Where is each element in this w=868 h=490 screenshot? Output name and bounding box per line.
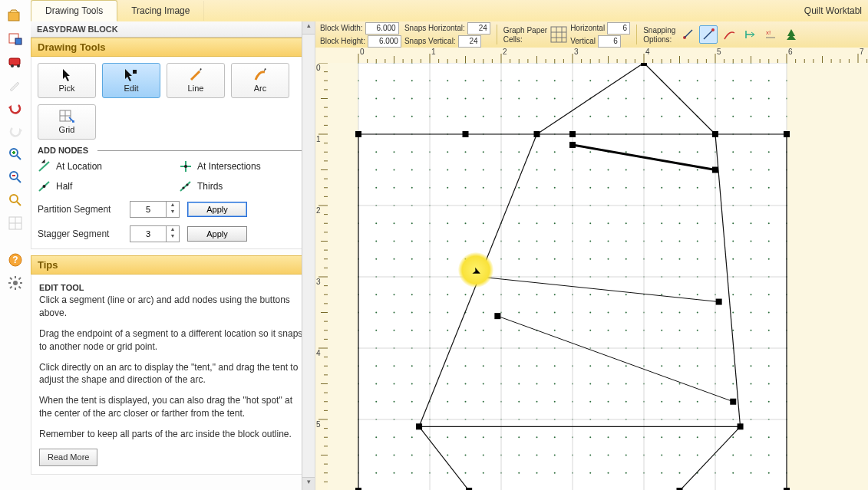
snap-offset-icon[interactable]: [741, 25, 759, 44]
tab-tracing-image[interactable]: Tracing Image: [117, 1, 204, 21]
tool-line[interactable]: Line: [167, 63, 225, 98]
svg-point-746: [751, 294, 752, 295]
svg-point-556: [608, 472, 609, 474]
svg-point-465: [554, 187, 556, 189]
svg-point-767: [768, 222, 770, 224]
tool-label: Arc: [254, 84, 267, 93]
svg-point-451: [536, 383, 538, 385]
svg-line-50: [704, 30, 713, 39]
svg-point-364: [483, 169, 484, 171]
svg-point-780: [768, 455, 770, 456]
svg-point-511: [589, 116, 591, 117]
svg-point-336: [465, 116, 467, 117]
svg-point-763: [768, 151, 770, 153]
svg-point-518: [589, 241, 591, 242]
stagger-spinner[interactable]: ▲▼: [167, 225, 180, 242]
tab-drawing-tools[interactable]: Drawing Tools: [31, 0, 117, 21]
tool-label: Pick: [59, 84, 75, 93]
svg-point-430: [518, 455, 520, 456]
svg-point-776: [768, 383, 770, 385]
tool-pick[interactable]: Pick: [38, 63, 96, 98]
svg-point-438: [536, 151, 538, 153]
grid-toggle-icon[interactable]: [3, 213, 28, 233]
svg-point-764: [768, 169, 770, 171]
redo-icon[interactable]: [3, 121, 28, 141]
read-more-button[interactable]: Read More: [39, 449, 97, 466]
zoom-fit-icon[interactable]: [3, 190, 28, 210]
partition-apply-button[interactable]: Apply: [187, 202, 247, 217]
svg-point-536: [608, 116, 609, 117]
svg-point-479: [554, 436, 556, 438]
val-grid-v[interactable]: 6: [598, 35, 621, 48]
snap-clear-icon[interactable]: x!: [761, 25, 780, 44]
section-drawing-tools[interactable]: Drawing Tools ▾: [31, 38, 315, 57]
svg-point-325: [447, 365, 448, 367]
svg-point-235: [394, 98, 395, 100]
svg-point-668: [697, 241, 698, 242]
opt-at-location[interactable]: At Location: [38, 159, 167, 173]
partition-value[interactable]: [130, 201, 167, 218]
stagger-apply-button[interactable]: Apply: [187, 226, 247, 242]
snap-node-icon[interactable]: [678, 25, 697, 44]
svg-point-530: [589, 455, 591, 456]
svg-text:3: 3: [574, 48, 579, 56]
graph-grid-icon[interactable]: [550, 26, 567, 43]
stagger-value[interactable]: [130, 225, 167, 242]
svg-point-426: [518, 383, 520, 385]
svg-point-225: [375, 365, 377, 367]
bus-icon[interactable]: [3, 52, 28, 72]
val-snaps-v[interactable]: 24: [458, 35, 481, 48]
snap-edge-icon[interactable]: [720, 25, 738, 44]
undo-icon[interactable]: [3, 98, 28, 118]
partition-spinner[interactable]: ▲▼: [167, 201, 180, 218]
val-grid-h[interactable]: 6: [607, 22, 630, 35]
svg-point-748: [751, 330, 752, 331]
svg-point-715: [732, 187, 734, 189]
tool-label: Edit: [124, 84, 139, 93]
svg-point-621: [661, 294, 662, 295]
tab-quilt-worktable[interactable]: Quilt Worktabl: [804, 5, 868, 16]
svg-point-567: [625, 222, 627, 224]
lbl-snapping: Snapping: [643, 26, 675, 35]
svg-point-521: [589, 294, 591, 295]
opt-thirds[interactable]: Thirds: [179, 179, 308, 193]
zoom-in-icon[interactable]: [3, 144, 28, 164]
settings-icon[interactable]: [3, 273, 28, 293]
svg-point-519: [589, 258, 591, 260]
snap-grid-icon[interactable]: [699, 25, 718, 44]
svg-point-480: [554, 455, 556, 456]
svg-point-656: [679, 472, 681, 474]
section-tips[interactable]: Tips ▾: [31, 255, 315, 275]
val-block-width[interactable]: 6.000: [365, 22, 399, 35]
svg-point-642: [679, 222, 681, 224]
opt-at-intersections[interactable]: At Intersections: [179, 159, 308, 173]
add-block-icon[interactable]: [3, 29, 28, 49]
drawing-canvas[interactable]: ➤: [328, 63, 868, 490]
svg-point-415: [518, 187, 520, 189]
svg-point-679: [697, 436, 698, 438]
tree-icon[interactable]: [782, 25, 800, 44]
tool-edit[interactable]: Edit: [102, 63, 160, 98]
app-tab-bar: Drawing Tools Tracing Image Quilt Workta…: [31, 0, 868, 22]
svg-point-317: [447, 222, 448, 224]
open-icon[interactable]: [3, 6, 28, 26]
svg-point-639: [679, 169, 681, 171]
svg-point-256: [394, 472, 395, 474]
svg-point-613: [661, 151, 662, 153]
svg-point-640: [679, 187, 681, 189]
svg-text:0: 0: [360, 48, 365, 56]
svg-rect-842: [416, 423, 422, 429]
pencil-icon[interactable]: [3, 75, 28, 95]
svg-point-648: [679, 330, 681, 331]
val-snaps-h[interactable]: 24: [467, 22, 490, 35]
help-icon[interactable]: ?: [3, 250, 28, 270]
opt-half[interactable]: Half: [38, 179, 167, 193]
zoom-out-icon[interactable]: [3, 167, 28, 187]
val-block-height[interactable]: 6.000: [368, 35, 401, 48]
svg-point-239: [394, 169, 395, 171]
panel-scrollbar[interactable]: ▴▾: [302, 21, 315, 490]
svg-point-314: [447, 169, 448, 171]
tool-arc[interactable]: Arc: [231, 63, 289, 98]
tool-grid[interactable]: Grid: [38, 104, 96, 140]
svg-point-427: [518, 401, 520, 403]
